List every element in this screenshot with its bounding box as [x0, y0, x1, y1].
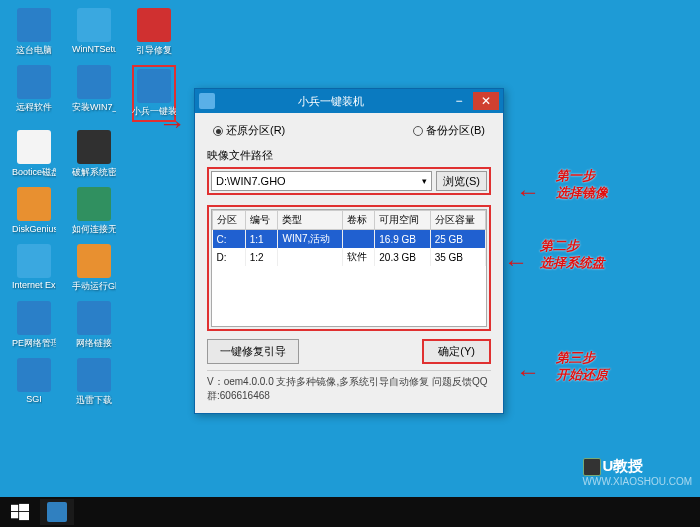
desktop-icon[interactable]: DiskGenius分区工具: [12, 187, 56, 236]
table-row[interactable]: C:1:1WIN7,活动16.9 GB25 GB: [213, 230, 486, 249]
backup-label: 备份分区(B): [426, 123, 485, 138]
icon-label: DiskGenius分区工具: [12, 223, 56, 236]
installer-dialog: 小兵一键装机 − ✕ 还原分区(R) 备份分区(B) 映像文件路径 D:\WIN…: [194, 88, 504, 414]
desktop-icon[interactable]: 这台电脑: [12, 8, 56, 57]
icon-label: 手动运行Ghost: [72, 280, 116, 293]
arrow-step2: ←: [504, 248, 528, 276]
minimize-button[interactable]: −: [446, 92, 472, 110]
desktop-icon[interactable]: Internet Explorer: [12, 244, 56, 293]
column-header[interactable]: 卷标: [342, 211, 375, 230]
icon-label: Internet Explorer: [12, 280, 56, 290]
app-icon: [199, 93, 215, 109]
chevron-down-icon: ▾: [422, 176, 427, 186]
icon-label: 安装WIN7_64...: [72, 101, 116, 114]
column-header[interactable]: 分区容量: [430, 211, 485, 230]
annotation-step1: 第一步选择镜像: [556, 168, 608, 202]
backup-radio[interactable]: 备份分区(B): [413, 123, 485, 138]
app-icon: [77, 8, 111, 42]
icon-label: 如何连接无线网络: [72, 223, 116, 236]
radio-icon: [213, 126, 223, 136]
app-icon: [17, 65, 51, 99]
desktop-icon[interactable]: Bootice磁盘工具: [12, 130, 56, 179]
svg-rect-3: [19, 512, 29, 520]
app-icon: [77, 358, 111, 392]
partition-table[interactable]: 分区编号类型卷标可用空间分区容量 C:1:1WIN7,活动16.9 GB25 G…: [212, 210, 486, 266]
restore-radio[interactable]: 还原分区(R): [213, 123, 285, 138]
app-icon: [17, 358, 51, 392]
arrow-step1: ←: [516, 178, 540, 206]
icon-label: Bootice磁盘工具: [12, 166, 56, 179]
annotation-step2: 第二步选择系统盘: [540, 238, 605, 272]
windows-icon: [11, 503, 29, 521]
icon-label: 引导修复: [136, 44, 172, 57]
close-button[interactable]: ✕: [473, 92, 499, 110]
app-icon: [77, 187, 111, 221]
version-info: V：oem4.0.0.0 支持多种镜像,多系统引导自动修复 问题反馈QQ群:60…: [207, 370, 491, 403]
app-icon: [17, 301, 51, 335]
svg-rect-2: [11, 512, 18, 518]
svg-rect-0: [11, 505, 18, 511]
app-icon: [137, 8, 171, 42]
titlebar[interactable]: 小兵一键装机 − ✕: [195, 89, 503, 113]
desktop-icon[interactable]: 迅雷下载: [72, 358, 116, 407]
icon-label: PE网络管理器: [12, 337, 56, 350]
icon-label: 破解系统密码: [72, 166, 116, 179]
repair-boot-button[interactable]: 一键修复引导: [207, 339, 299, 364]
start-button[interactable]: [4, 499, 36, 525]
app-icon: [17, 8, 51, 42]
column-header[interactable]: 分区: [213, 211, 246, 230]
app-icon: [17, 244, 51, 278]
app-icon: [17, 130, 51, 164]
app-icon: [77, 130, 111, 164]
desktop-icon[interactable]: 破解系统密码: [72, 130, 116, 179]
app-icon: [77, 244, 111, 278]
app-icon: [77, 301, 111, 335]
icon-label: SGI: [26, 394, 42, 404]
watermark-url: WWW.XIAOSHOU.COM: [583, 476, 692, 487]
svg-rect-1: [19, 504, 29, 511]
image-path-dropdown[interactable]: D:\WIN7.GHO ▾: [211, 171, 432, 191]
path-row-highlight: D:\WIN7.GHO ▾ 浏览(S): [207, 167, 491, 195]
desktop-icons: 这台电脑WinNTSetup引导修复远程软件安装WIN7_64...小兵一键装机…: [12, 8, 176, 407]
desktop-icon[interactable]: 安装WIN7_64...: [72, 65, 116, 122]
icon-label: WinNTSetup: [72, 44, 116, 54]
window-title: 小兵一键装机: [215, 94, 446, 109]
column-header[interactable]: 编号: [245, 211, 278, 230]
column-header[interactable]: 可用空间: [375, 211, 430, 230]
desktop-icon[interactable]: 引导修复: [132, 8, 176, 57]
app-icon: [47, 502, 67, 522]
path-label: 映像文件路径: [207, 148, 491, 163]
icon-label: 网络链接: [76, 337, 112, 350]
taskbar: [0, 497, 700, 527]
desktop-icon[interactable]: 网络链接: [72, 301, 116, 350]
watermark: U教授 WWW.XIAOSHOU.COM: [583, 457, 692, 487]
highlight-arrow: →: [158, 108, 186, 140]
icon-label: 这台电脑: [16, 44, 52, 57]
browse-button[interactable]: 浏览(S): [436, 171, 487, 191]
app-icon: [137, 69, 171, 103]
partition-table-highlight: 分区编号类型卷标可用空间分区容量 C:1:1WIN7,活动16.9 GB25 G…: [207, 205, 491, 331]
ok-button[interactable]: 确定(Y): [422, 339, 491, 364]
restore-label: 还原分区(R): [226, 123, 285, 138]
brand-icon: [583, 458, 601, 476]
icon-label: 远程软件: [16, 101, 52, 114]
brand-text: U教授: [603, 457, 644, 476]
arrow-step3: ←: [516, 358, 540, 386]
desktop-icon[interactable]: PE网络管理器: [12, 301, 56, 350]
icon-label: 迅雷下载: [76, 394, 112, 407]
desktop-icon[interactable]: 手动运行Ghost: [72, 244, 116, 293]
desktop-icon[interactable]: 如何连接无线网络: [72, 187, 116, 236]
table-row[interactable]: D:1:2软件20.3 GB35 GB: [213, 248, 486, 266]
desktop-icon[interactable]: WinNTSetup: [72, 8, 116, 57]
app-icon: [17, 187, 51, 221]
annotation-step3: 第三步开始还原: [556, 350, 608, 384]
app-icon: [77, 65, 111, 99]
desktop-icon[interactable]: 远程软件: [12, 65, 56, 122]
path-value: D:\WIN7.GHO: [216, 175, 286, 187]
desktop-icon[interactable]: SGI: [12, 358, 56, 407]
column-header[interactable]: 类型: [278, 211, 342, 230]
taskbar-app[interactable]: [40, 499, 74, 525]
radio-icon: [413, 126, 423, 136]
